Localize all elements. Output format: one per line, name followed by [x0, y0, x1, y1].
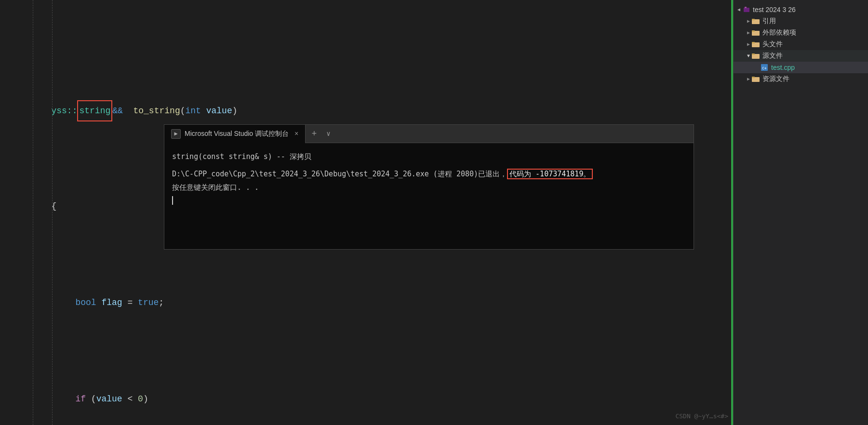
source-folder-icon — [752, 52, 761, 60]
tree-item-source[interactable]: ▼ 源文件 — [734, 50, 868, 62]
terminal-dropdown-button[interactable]: ∨ — [322, 130, 334, 138]
svg-rect-3 — [752, 19, 755, 20]
header-expand-icon: ▶ — [747, 41, 750, 47]
terminal-add-tab-button[interactable]: + — [306, 129, 322, 139]
svg-text:c+: c+ — [762, 66, 767, 70]
resource-folder-icon — [752, 75, 761, 83]
tree-label-references: 引用 — [762, 17, 776, 26]
terminal-tab-bar: ▶ Microsoft Visual Studio 调试控制台 × + ∨ — [164, 125, 694, 143]
svg-rect-7 — [752, 42, 755, 43]
code-line-1: yss::string&& to_string(int value) — [10, 81, 733, 100]
terminal-body: string(const string& s) -- 深拷贝 D:\C-CPP_… — [164, 143, 694, 249]
code-line-4: if (value < 0) — [10, 370, 733, 389]
project-icon — [742, 5, 751, 14]
tree-label-external: 外部依赖项 — [762, 28, 796, 37]
cpp-file-icon: c+ — [761, 63, 769, 72]
tree-item-references[interactable]: ▶ 引用 — [734, 15, 868, 27]
source-expand-icon: ▼ — [747, 53, 750, 59]
svg-rect-13 — [752, 77, 755, 78]
tree-label-testcpp: test.cpp — [771, 64, 795, 71]
tree-label-headers: 头文件 — [762, 40, 783, 49]
terminal-cursor-line — [172, 194, 686, 208]
svg-rect-9 — [752, 53, 755, 55]
svg-rect-5 — [752, 30, 755, 32]
code-editor[interactable]: yss::string&& to_string(int value) { boo… — [0, 0, 733, 425]
project-name: test 2024 3 26 — [753, 6, 796, 13]
terminal-tab[interactable]: ▶ Microsoft Visual Studio 调试控制台 × — [164, 125, 306, 143]
tree-item-external[interactable]: ▶ 外部依赖项 — [734, 27, 868, 39]
header-folder-icon — [752, 40, 761, 49]
svg-rect-0 — [744, 8, 749, 12]
terminal-line-1: string(const string& s) -- 深拷贝 — [172, 150, 686, 163]
tree-item-resources[interactable]: ▶ 资源文件 — [734, 73, 868, 85]
solution-explorer: ◀ test 2024 3 26 ▶ 引用 ▶ 外部依赖项 ▶ — [733, 0, 868, 425]
tree-item-testcpp[interactable]: c+ test.cpp — [734, 62, 868, 73]
tree-project-root[interactable]: ◀ test 2024 3 26 — [734, 4, 868, 15]
external-folder-icon — [752, 28, 761, 37]
error-code-box: 代码为 -1073741819。 — [507, 169, 593, 179]
terminal-icon: ▶ — [171, 129, 181, 139]
terminal-tab-label: Microsoft Visual Studio 调试控制台 — [185, 130, 289, 138]
green-separator-bar — [731, 0, 733, 425]
code-line-3: bool flag = true; — [10, 274, 733, 293]
csdn-watermark: CSDN @~yY…s<#> — [675, 412, 728, 420]
terminal-window[interactable]: ▶ Microsoft Visual Studio 调试控制台 × + ∨ st… — [164, 124, 694, 250]
resource-expand-icon: ▶ — [747, 76, 750, 82]
ext-expand-icon: ▶ — [747, 30, 750, 36]
tree-label-source: 源文件 — [762, 52, 783, 60]
terminal-line-3: 按任意键关闭此窗口. . . — [172, 181, 686, 194]
cursor-indicator — [172, 196, 173, 205]
terminal-line-2: D:\C-CPP_code\Cpp_2\test_2024_3_26\Debug… — [172, 167, 686, 181]
ref-expand-icon: ▶ — [747, 18, 750, 24]
terminal-close-button[interactable]: × — [294, 130, 298, 138]
ref-folder-icon — [752, 17, 761, 26]
svg-rect-1 — [745, 7, 747, 8]
tree-item-headers[interactable]: ▶ 头文件 — [734, 39, 868, 50]
expand-icon: ◀ — [737, 7, 740, 13]
tree-label-resources: 资源文件 — [762, 75, 789, 83]
